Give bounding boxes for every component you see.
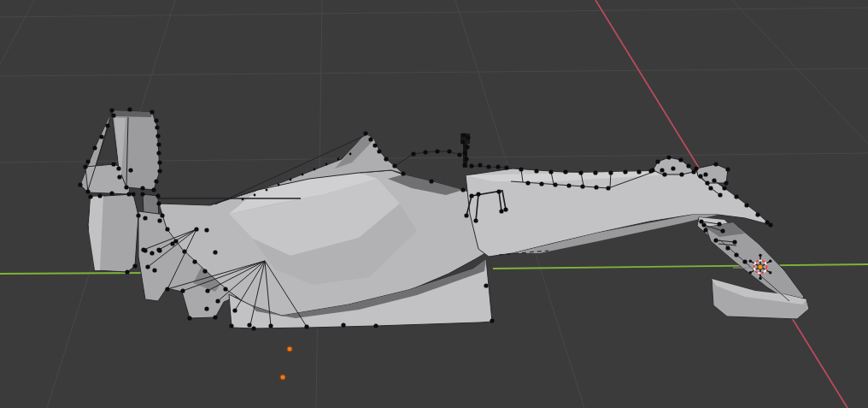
blender-3d-viewport[interactable] [0,0,868,408]
viewport-3d[interactable] [0,0,868,408]
